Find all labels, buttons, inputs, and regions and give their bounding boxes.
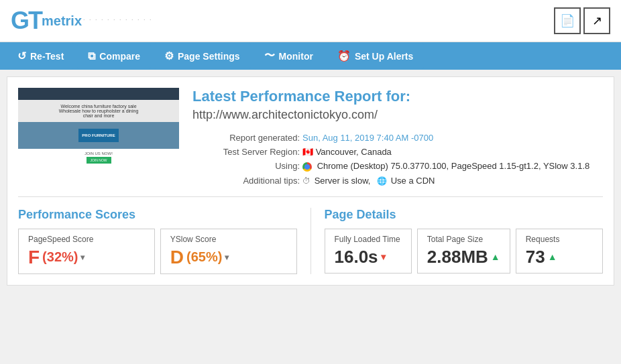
tips-value: ⏱ Server is slow, 🌐 Use a CDN — [302, 176, 435, 186]
monitor-icon: 〜 — [264, 49, 275, 63]
yslow-grade: D — [170, 247, 184, 268]
compare-button[interactable]: ⧉ Compare — [77, 44, 151, 69]
yslow-value: D (65%) ▾ — [170, 247, 287, 268]
pagespeed-grade: F — [28, 247, 40, 268]
pagespeed-value: F (32%) ▾ — [28, 247, 145, 268]
share-button[interactable]: ↗ — [583, 7, 610, 34]
report-title: Latest Performance Report for: — [192, 88, 603, 105]
settings-icon: ⚙ — [164, 50, 174, 62]
fully-loaded-arrow[interactable]: ▾ — [381, 251, 386, 262]
setup-alerts-button[interactable]: ⏰ Set Up Alerts — [327, 43, 424, 69]
retest-icon: ↺ — [17, 50, 26, 62]
total-page-size-label: Total Page Size — [427, 235, 500, 244]
scores-grid: PageSpeed Score F (32%) ▾ YSlow Score D … — [18, 229, 297, 274]
pagespeed-label: PageSpeed Score — [28, 235, 145, 244]
header: GTmetrix · · · · · · · · · · · · 📄 ↗ — [0, 0, 621, 42]
generated-row: Report generated: Sun, Aug 11, 2019 7:40… — [192, 133, 603, 143]
retest-label: Re-Test — [30, 51, 64, 62]
logo-metrix: metrix — [42, 13, 82, 29]
report-details: Latest Performance Report for: http://ww… — [192, 88, 603, 186]
performance-scores-section: Performance Scores PageSpeed Score F (32… — [18, 208, 310, 274]
alerts-icon: ⏰ — [337, 50, 351, 62]
header-icons: 📄 ↗ — [554, 7, 610, 34]
pdf-icon: 📄 — [560, 13, 575, 28]
bottom-sections: Performance Scores PageSpeed Score F (32… — [18, 208, 603, 274]
report-section: Welcome china furniture factory saleWhol… — [18, 88, 603, 197]
yslow-dropdown[interactable]: ▾ — [225, 253, 229, 262]
tips-row: Additional tips: ⏱ Server is slow, 🌐 Use… — [192, 176, 603, 186]
page-settings-label: Page Settings — [178, 51, 240, 62]
tip1: Server is slow, — [315, 176, 371, 186]
using-value: Chrome (Desktop) 75.0.3770.100, PageSpee… — [302, 161, 589, 172]
setup-alerts-label: Set Up Alerts — [355, 51, 413, 62]
fully-loaded-value: 16.0s ▾ — [335, 247, 402, 267]
requests-number: 73 — [526, 247, 545, 267]
retest-button[interactable]: ↺ Re-Test — [7, 43, 74, 69]
tip2: Use a CDN — [391, 176, 435, 186]
pagespeed-pct: (32%) — [42, 249, 78, 265]
using-text: Chrome (Desktop) 75.0.3770.100, PageSpee… — [317, 161, 590, 171]
requests-label: Requests — [526, 235, 593, 244]
tips-label: Additional tips: — [192, 176, 300, 186]
clock-icon: ⏱ — [302, 176, 310, 186]
fully-loaded-label: Fully Loaded Time — [335, 235, 402, 244]
yslow-pct: (65%) — [186, 249, 222, 265]
monitor-label: Monitor — [279, 51, 313, 62]
fully-loaded-card: Fully Loaded Time 16.0s ▾ — [325, 229, 412, 274]
generated-label: Report generated: — [192, 133, 300, 143]
monitor-button[interactable]: 〜 Monitor — [253, 42, 324, 70]
chrome-icon — [302, 162, 312, 172]
report-meta: Report generated: Sun, Aug 11, 2019 7:40… — [192, 133, 603, 186]
region-value: 🇨🇦 Vancouver, Canada — [302, 147, 392, 157]
page-settings-button[interactable]: ⚙ Page Settings — [154, 43, 251, 69]
performance-scores-title: Performance Scores — [18, 208, 297, 222]
page-details-title: Page Details — [325, 208, 604, 222]
yslow-label: YSlow Score — [170, 235, 287, 244]
total-page-size-number: 2.88MB — [427, 247, 488, 267]
using-label: Using: — [192, 161, 300, 171]
total-page-size-card: Total Page Size 2.88MB ▲ — [417, 229, 510, 274]
share-icon: ↗ — [592, 13, 602, 28]
logo-subtitle: · · · · · · · · · · · · — [83, 16, 153, 23]
compare-label: Compare — [99, 51, 140, 62]
total-page-size-value: 2.88MB ▲ — [427, 247, 500, 267]
using-row: Using: Chrome (Desktop) 75.0.3770.100, P… — [192, 161, 603, 172]
region-row: Test Server Region: 🇨🇦 Vancouver, Canada — [192, 147, 603, 157]
site-thumbnail: Welcome china furniture factory saleWhol… — [18, 88, 179, 182]
region-label: Test Server Region: — [192, 147, 300, 157]
page-details-section: Page Details Fully Loaded Time 16.0s ▾ T… — [310, 208, 604, 274]
compare-icon: ⧉ — [88, 50, 95, 62]
logo-gt: GT — [11, 7, 42, 35]
yslow-card: YSlow Score D (65%) ▾ — [160, 229, 297, 274]
fully-loaded-number: 16.0s — [335, 247, 378, 267]
requests-arrow[interactable]: ▲ — [548, 251, 557, 262]
globe-icon: 🌐 — [377, 176, 387, 186]
details-grid: Fully Loaded Time 16.0s ▾ Total Page Siz… — [325, 229, 604, 274]
pagespeed-dropdown[interactable]: ▾ — [80, 253, 84, 262]
requests-card: Requests 73 ▲ — [516, 229, 603, 274]
generated-value: Sun, Aug 11, 2019 7:40 AM -0700 — [302, 133, 433, 143]
requests-value: 73 ▲ — [526, 247, 593, 267]
region-flag: 🇨🇦 — [302, 147, 313, 157]
region-name: Vancouver, Canada — [316, 147, 392, 157]
main-content: Welcome china furniture factory saleWhol… — [7, 76, 614, 286]
pdf-button[interactable]: 📄 — [554, 7, 581, 34]
pagespeed-card: PageSpeed Score F (32%) ▾ — [18, 229, 155, 274]
report-url: http://www.architectonictokyo.com/ — [192, 108, 603, 122]
total-page-size-arrow[interactable]: ▲ — [491, 251, 500, 262]
navbar: ↺ Re-Test ⧉ Compare ⚙ Page Settings 〜 Mo… — [0, 42, 621, 70]
logo: GTmetrix · · · · · · · · · · · · — [11, 7, 153, 35]
